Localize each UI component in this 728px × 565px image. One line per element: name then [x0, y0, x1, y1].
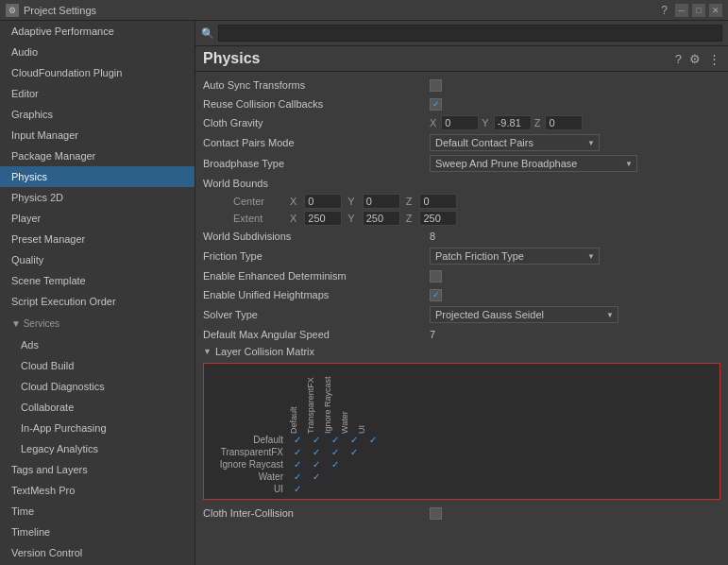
sidebar-item-script-execution-order[interactable]: Script Execution Order	[0, 291, 195, 312]
reuse-collision-row: Reuse Collision Callbacks ✓	[195, 94, 728, 113]
settings-icon[interactable]: ⚙	[689, 52, 701, 66]
max-angular-speed-label: Default Max Angular Speed	[203, 329, 430, 340]
help-icon[interactable]: ?	[661, 4, 668, 17]
solver-type-dropdown[interactable]: Projected Gauss Seidel ▼	[430, 306, 618, 323]
extent-z[interactable]	[419, 211, 457, 226]
check-ir-tfx[interactable]: ✓	[308, 459, 325, 470]
enhanced-determinism-checkbox[interactable]	[430, 270, 442, 282]
sidebar-item-cloud-build[interactable]: Cloud Build	[0, 355, 195, 376]
help-icon[interactable]: ?	[675, 52, 682, 66]
check-tfx-default[interactable]: ✓	[289, 447, 306, 457]
search-input[interactable]	[218, 25, 722, 42]
contact-pairs-value: Default Contact Pairs ▼	[430, 134, 720, 151]
maximize-button[interactable]: □	[692, 4, 705, 17]
unified-heightmaps-row: Enable Unified Heightmaps ✓	[195, 285, 728, 304]
content-header: Physics ? ⚙ ⋮	[195, 46, 728, 72]
unified-heightmaps-checkbox[interactable]: ✓	[430, 289, 442, 301]
auto-sync-transforms-checkbox[interactable]	[430, 79, 442, 92]
cloth-gravity-z[interactable]	[545, 115, 583, 130]
sidebar-item-physics[interactable]: Physics	[0, 166, 195, 187]
cloth-intercollision-value	[430, 507, 720, 520]
check-tfx-ignoreraycast[interactable]: ✓	[327, 447, 344, 457]
check-default-water[interactable]: ✓	[346, 435, 363, 445]
sidebar-item-version-control[interactable]: Version Control	[0, 542, 195, 563]
sidebar-item-cloud-diagnostics[interactable]: Cloud Diagnostics	[0, 376, 195, 397]
sidebar-item-legacy-analytics[interactable]: Legacy Analytics	[0, 438, 195, 459]
center-x[interactable]	[304, 194, 342, 209]
content-scroll: Auto Sync Transforms Reuse Collision Cal…	[195, 72, 728, 565]
sidebar-item-cloudfoundation-plugin[interactable]: CloudFoundation Plugin	[0, 62, 195, 83]
sidebar-item-adaptive-performance[interactable]: Adaptive Performance	[0, 21, 195, 42]
center-z[interactable]	[419, 194, 457, 209]
sidebar-item-physics-2d[interactable]: Physics 2D	[0, 187, 195, 208]
friction-type-label: Friction Type	[203, 250, 430, 262]
sidebar-item-input-manager[interactable]: Input Manager	[0, 125, 195, 146]
minimize-button[interactable]: ─	[675, 4, 688, 17]
row-label-default: Default	[212, 435, 287, 445]
max-angular-speed-text: 7	[430, 329, 435, 340]
sidebar-item-textmesh-pro[interactable]: TextMesh Pro	[0, 480, 195, 501]
close-button[interactable]: ✕	[709, 4, 722, 17]
sidebar-item-ads[interactable]: Ads	[0, 334, 195, 355]
sidebar-item-quality[interactable]: Quality	[0, 249, 195, 270]
check-default-transparentfx[interactable]: ✓	[308, 435, 325, 445]
check-default-ignoreraycast[interactable]: ✓	[327, 435, 344, 445]
main-layout: Adaptive PerformanceAudioCloudFoundation…	[0, 21, 728, 565]
check-default-ui[interactable]: ✓	[364, 435, 381, 445]
check-default-default[interactable]: ✓	[289, 435, 306, 445]
friction-type-dropdown[interactable]: Patch Friction Type ▼	[430, 248, 600, 265]
enhanced-determinism-row: Enable Enhanced Determinism	[195, 266, 728, 285]
center-fields: X Y Z	[290, 194, 457, 209]
max-angular-speed-row: Default Max Angular Speed 7	[195, 325, 728, 344]
sidebar-item-tags-and-layers[interactable]: Tags and Layers	[0, 459, 195, 480]
extent-x[interactable]	[304, 211, 342, 226]
check-ir-default[interactable]: ✓	[289, 459, 306, 470]
check-water-water[interactable]: ✓	[308, 471, 325, 482]
cloth-gravity-y[interactable]	[494, 115, 532, 130]
reuse-collision-checkbox[interactable]: ✓	[430, 98, 442, 111]
center-y[interactable]	[363, 194, 400, 209]
layer-collision-section[interactable]: ▼ Layer Collision Matrix	[195, 344, 728, 359]
ez-label: Z	[406, 213, 413, 224]
cloth-gravity-row: Cloth Gravity X Y Z	[195, 113, 728, 132]
cloth-gravity-x[interactable]	[441, 115, 479, 130]
header-icons: ? ⚙ ⋮	[675, 52, 720, 66]
row-label-ignoreraycast: Ignore Raycast	[212, 459, 287, 470]
solver-type-value: Projected Gauss Seidel ▼	[430, 306, 720, 323]
sidebar-item-time[interactable]: Time	[0, 501, 195, 522]
check-water-default[interactable]: ✓	[289, 471, 306, 482]
check-tfx-water[interactable]: ✓	[346, 447, 363, 457]
sidebar-item-editor[interactable]: Editor	[0, 83, 195, 104]
more-icon[interactable]: ⋮	[708, 52, 720, 66]
title-bar: ⚙ Project Settings ? ─ □ ✕	[0, 0, 728, 21]
col-ui: UI	[353, 368, 370, 434]
col-default: Default	[285, 368, 302, 434]
sidebar-item-audio[interactable]: Audio	[0, 42, 195, 62]
matrix-row-transparentfx: TransparentFX ✓ ✓ ✓ ✓	[208, 446, 716, 458]
cloth-gravity-value: X Y Z	[430, 115, 720, 130]
check-ui-default[interactable]: ✓	[289, 484, 306, 494]
auto-sync-transforms-row: Auto Sync Transforms	[195, 76, 728, 94]
sidebar-item-collaborate[interactable]: Collaborate	[0, 397, 195, 418]
col-ignore-raycast: Ignore Raycast	[319, 368, 336, 434]
sidebar-item-package-manager[interactable]: Package Manager	[0, 146, 195, 166]
sidebar-item-player[interactable]: Player	[0, 208, 195, 229]
content-area: 🔍 Physics ? ⚙ ⋮ Auto Sync Transforms Reu…	[195, 21, 728, 565]
unified-heightmaps-label: Enable Unified Heightmaps	[203, 289, 430, 300]
matrix-row-ignoreraycast: Ignore Raycast ✓ ✓ ✓	[208, 458, 716, 471]
check-ir-ir[interactable]: ✓	[327, 459, 344, 470]
row-label-ui: UI	[212, 484, 287, 494]
sidebar-item-timeline[interactable]: Timeline	[0, 522, 195, 542]
broadphase-type-dropdown[interactable]: Sweep And Prune Broadphase ▼	[430, 155, 637, 172]
matrix-row-ui: UI ✓	[208, 483, 716, 495]
title-bar-icon: ⚙	[6, 4, 19, 17]
enhanced-determinism-label: Enable Enhanced Determinism	[203, 270, 430, 282]
sidebar-item-preset-manager[interactable]: Preset Manager	[0, 229, 195, 249]
contact-pairs-dropdown[interactable]: Default Contact Pairs ▼	[430, 134, 600, 151]
cloth-intercollision-checkbox[interactable]	[430, 507, 442, 520]
sidebar-item-graphics[interactable]: Graphics	[0, 104, 195, 125]
sidebar-item-in-app-purchasing[interactable]: In-App Purchasing	[0, 418, 195, 438]
sidebar-item-scene-template[interactable]: Scene Template	[0, 270, 195, 291]
check-tfx-tfx[interactable]: ✓	[308, 447, 325, 457]
extent-y[interactable]	[363, 211, 400, 226]
